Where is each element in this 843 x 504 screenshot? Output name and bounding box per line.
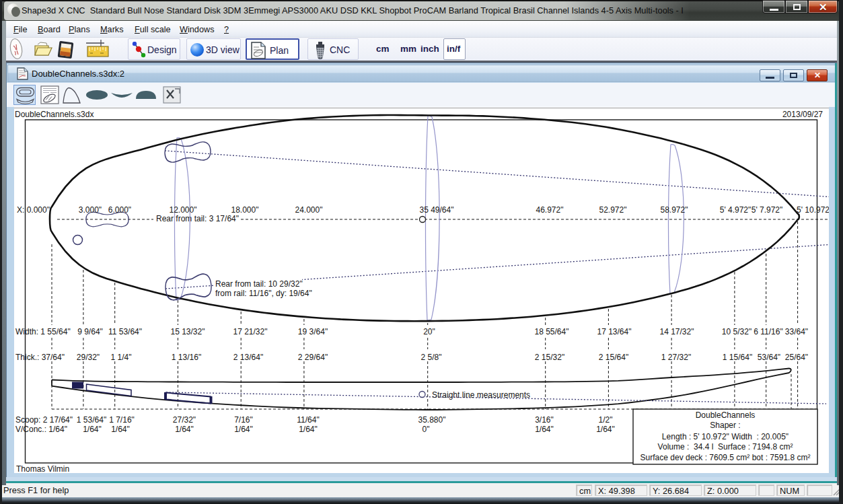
svg-text:5' 10.972: 5' 10.972 bbox=[797, 205, 829, 215]
svg-text:Width: 1 55/64": Width: 1 55/64" bbox=[15, 327, 71, 336]
svg-text:1 15/64": 1 15/64" bbox=[723, 353, 752, 362]
svg-text:35.880": 35.880" bbox=[418, 415, 446, 425]
svg-text:Shaper :: Shaper : bbox=[710, 421, 740, 430]
svg-text:2013/09/27: 2013/09/27 bbox=[782, 110, 823, 119]
svg-text:Length : 5' 10.972" Width : 2: Length : 5' 10.972" Width : 20.005" bbox=[662, 432, 789, 441]
svg-text:Thomas Vilmin: Thomas Vilmin bbox=[16, 464, 69, 473]
svg-text:5' 7.972": 5' 7.972" bbox=[752, 205, 783, 215]
svg-text:29/32": 29/32" bbox=[77, 353, 100, 362]
svg-text:1 53/64": 1 53/64" bbox=[77, 415, 106, 425]
svg-text:15 13/32": 15 13/32" bbox=[171, 327, 205, 336]
svg-text:14 17/32": 14 17/32" bbox=[660, 327, 694, 336]
svg-text:V/Conc.: 1/64": V/Conc.: 1/64" bbox=[15, 425, 67, 434]
svg-text:X: 0.000": X: 0.000" bbox=[17, 205, 50, 215]
svg-text:9 9/64": 9 9/64" bbox=[77, 327, 103, 336]
svg-text:46.972": 46.972" bbox=[536, 205, 564, 215]
svg-text:1 7/16": 1 7/16" bbox=[109, 415, 135, 425]
svg-text:35 49/64": 35 49/64" bbox=[420, 205, 454, 215]
svg-text:Rear from tail: 10 29/32": Rear from tail: 10 29/32" bbox=[215, 279, 303, 289]
svg-text:Thick.: 37/64": Thick.: 37/64" bbox=[15, 353, 65, 362]
svg-text:18 55/64": 18 55/64" bbox=[535, 327, 569, 336]
svg-text:1 27/32": 1 27/32" bbox=[661, 353, 691, 362]
svg-text:1/64": 1/64" bbox=[83, 425, 102, 434]
svg-text:24.000": 24.000" bbox=[295, 205, 323, 215]
svg-text:12.000": 12.000" bbox=[170, 205, 197, 215]
svg-text:7/16": 7/16" bbox=[234, 415, 253, 425]
svg-text:20": 20" bbox=[423, 327, 435, 336]
svg-text:2 5/8": 2 5/8" bbox=[421, 353, 442, 362]
svg-text:1/64": 1/64" bbox=[535, 425, 554, 434]
svg-text:Scoop: 2 17/64": Scoop: 2 17/64" bbox=[15, 415, 73, 425]
svg-text:58.972": 58.972" bbox=[661, 205, 688, 215]
svg-text:25/64": 25/64" bbox=[785, 353, 808, 362]
svg-text:1 13/16": 1 13/16" bbox=[172, 353, 201, 362]
svg-text:52.972": 52.972" bbox=[599, 205, 627, 215]
svg-text:11/64": 11/64" bbox=[297, 415, 319, 425]
svg-text:10 5/32": 10 5/32" bbox=[722, 327, 752, 336]
svg-text:Volume : 34.4 l Surface : 71: Volume : 34.4 l Surface : 7194.8 cm² bbox=[658, 442, 793, 452]
svg-text:3/16": 3/16" bbox=[535, 415, 554, 425]
svg-text:1/2": 1/2" bbox=[599, 415, 613, 425]
svg-text:6.000": 6.000" bbox=[108, 205, 131, 215]
svg-text:0": 0" bbox=[423, 425, 430, 434]
svg-text:18.000": 18.000" bbox=[231, 205, 259, 215]
svg-text:DoubleChannels: DoubleChannels bbox=[696, 410, 756, 420]
svg-text:11 53/64": 11 53/64" bbox=[108, 327, 142, 336]
svg-text:27/32": 27/32" bbox=[173, 415, 196, 425]
svg-text:Straight line measurements: Straight line measurements bbox=[432, 390, 530, 400]
svg-text:3.000": 3.000" bbox=[79, 205, 102, 215]
svg-text:from rail: 11/16", dy: 19/64": from rail: 11/16", dy: 19/64" bbox=[215, 289, 312, 298]
svg-text:Rear from tail: 3 17/64": Rear from tail: 3 17/64" bbox=[156, 214, 239, 223]
svg-text:2 29/64": 2 29/64" bbox=[298, 353, 328, 362]
svg-text:1/64": 1/64" bbox=[175, 425, 194, 434]
svg-text:2 15/32": 2 15/32" bbox=[535, 353, 564, 362]
svg-text:1/64": 1/64" bbox=[299, 425, 318, 434]
svg-text:1/64": 1/64" bbox=[111, 425, 130, 434]
svg-text:17 13/64": 17 13/64" bbox=[597, 327, 632, 336]
svg-text:17 21/32": 17 21/32" bbox=[233, 327, 268, 336]
svg-text:2 13/64": 2 13/64" bbox=[233, 353, 263, 362]
svg-text:6 11/16": 6 11/16" bbox=[754, 327, 782, 336]
svg-text:33/64": 33/64" bbox=[785, 327, 808, 336]
svg-text:53/64": 53/64" bbox=[758, 353, 780, 362]
svg-text:19 3/64": 19 3/64" bbox=[298, 327, 328, 336]
svg-text:1/64": 1/64" bbox=[234, 425, 253, 434]
svg-text:DoubleChannels.s3dx: DoubleChannels.s3dx bbox=[15, 110, 94, 119]
svg-text:5' 4.972": 5' 4.972" bbox=[720, 205, 752, 215]
svg-text:1/64": 1/64" bbox=[596, 425, 615, 434]
svg-text:1 1/4": 1 1/4" bbox=[111, 353, 132, 362]
svg-text:2 15/64": 2 15/64" bbox=[599, 353, 628, 362]
svg-text:Surface dev deck : 7609.5 cm²: Surface dev deck : 7609.5 cm² bot : 7591… bbox=[640, 453, 811, 462]
